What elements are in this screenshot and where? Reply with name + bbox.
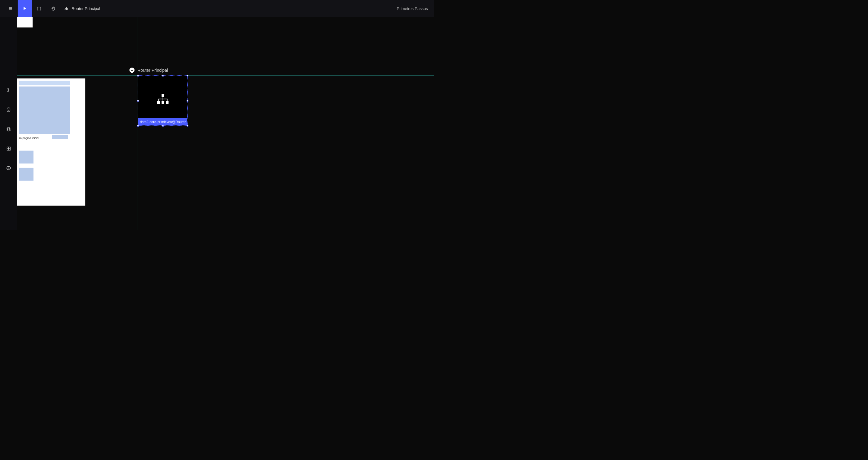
tool-frame[interactable] [32, 0, 46, 17]
preview-block [19, 81, 70, 85]
resize-handle[interactable] [187, 100, 188, 101]
preview-block [19, 151, 34, 164]
breadcrumb-label: Router Principal [72, 6, 100, 11]
svg-rect-15 [161, 94, 164, 97]
node-label[interactable]: – Router Principal [129, 67, 168, 73]
svg-point-3 [37, 10, 38, 10]
svg-rect-11 [8, 91, 9, 92]
svg-point-1 [37, 7, 38, 7]
breadcrumb[interactable]: Router Principal [64, 6, 100, 11]
svg-rect-6 [65, 9, 66, 10]
svg-rect-17 [161, 101, 164, 104]
svg-rect-16 [157, 101, 160, 104]
svg-rect-18 [166, 101, 168, 104]
sitemap-icon [64, 6, 69, 11]
preview-block [19, 168, 34, 181]
canvas-area[interactable]: ra página inicial – Router Principal dat… [17, 17, 434, 230]
globe-panel-button[interactable] [4, 164, 13, 173]
canvas-stub [17, 17, 33, 27]
grid-panel-button[interactable] [4, 144, 13, 153]
svg-rect-8 [67, 9, 68, 10]
resize-handle[interactable] [187, 75, 188, 76]
top-toolbar: Router Principal Primeiros Passos 55% [0, 0, 434, 17]
svg-rect-0 [38, 7, 41, 10]
svg-rect-5 [66, 7, 67, 8]
svg-rect-7 [66, 9, 67, 10]
resize-handle[interactable] [162, 125, 164, 127]
guide-horizontal [17, 75, 434, 76]
collapse-toggle-icon[interactable]: – [129, 67, 134, 73]
svg-point-2 [40, 7, 41, 7]
resize-handle[interactable] [137, 125, 139, 127]
preview-block [52, 135, 68, 139]
svg-point-12 [7, 108, 10, 109]
layers-panel-button[interactable] [4, 125, 13, 133]
resize-handle[interactable] [137, 75, 139, 76]
frame-preview[interactable]: ra página inicial [17, 79, 85, 206]
left-rail: 1 [0, 17, 17, 230]
document-title: Primeiros Passos [397, 6, 428, 11]
preview-block [19, 87, 70, 134]
sitemap-icon [156, 93, 169, 106]
resize-handle[interactable] [137, 100, 139, 101]
svg-rect-10 [8, 90, 9, 90]
router-node[interactable]: data2-core-primitives@Router [138, 75, 188, 126]
resize-handle[interactable] [187, 125, 188, 127]
node-title: Router Principal [137, 68, 168, 73]
tree-panel-button[interactable] [4, 86, 13, 95]
tool-select[interactable] [18, 0, 32, 17]
tool-hand[interactable] [46, 0, 61, 17]
data-panel-button[interactable] [4, 105, 13, 114]
svg-point-4 [40, 10, 41, 10]
resize-handle[interactable] [162, 75, 164, 76]
node-chip: data2-core-primitives@Router [138, 118, 187, 125]
menu-button[interactable] [3, 0, 18, 17]
svg-rect-9 [8, 88, 9, 89]
